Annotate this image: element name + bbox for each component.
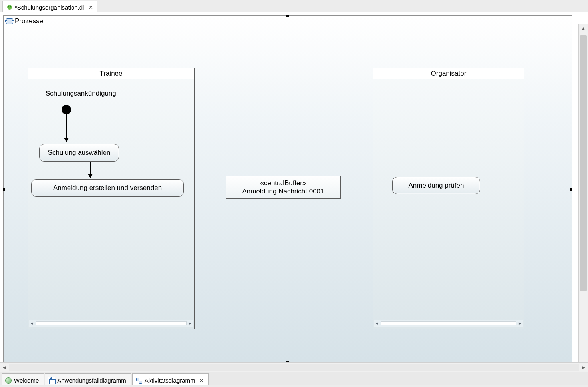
hscroll-track[interactable] <box>9 364 579 371</box>
selection-handle-top[interactable] <box>286 15 289 17</box>
diagram-tab-bar: Welcome Anwendungsfalldiagramm Aktivität… <box>0 372 588 385</box>
action-create-send-registration[interactable]: Anmeldung erstellen und versenden <box>31 179 184 197</box>
action-check-registration-label: Anmeldung prüfen <box>409 182 464 190</box>
activity-icon <box>6 18 13 24</box>
editor-vertical-scrollbar[interactable]: ▲ ▼ <box>578 24 588 374</box>
scroll-left-icon[interactable]: ◄ <box>29 321 35 326</box>
close-tab-icon[interactable]: ✕ <box>198 378 203 383</box>
diagram-canvas[interactable]: Prozesse Trainee Schulungsankündigung Sc… <box>3 15 572 363</box>
initial-node[interactable] <box>62 105 71 114</box>
tab-usecase-diagram[interactable]: Anwendungsfalldiagramm <box>45 373 131 385</box>
action-select-training-label: Schulung auswählen <box>48 149 111 157</box>
selection-handle-left[interactable] <box>3 188 5 191</box>
editor-tab-label: *Schulungsorganisation.di <box>15 4 84 11</box>
scroll-up-icon[interactable]: ▲ <box>579 24 588 33</box>
action-select-training[interactable]: Schulung auswählen <box>39 144 119 162</box>
activity-title[interactable]: Prozesse <box>6 17 43 25</box>
welcome-icon <box>5 377 12 384</box>
svg-point-0 <box>7 5 12 10</box>
tab-activity-diagram[interactable]: Aktivitätsdiagramm ✕ <box>132 373 209 385</box>
tab-welcome[interactable]: Welcome <box>2 373 44 385</box>
central-buffer-node[interactable]: «centralBuffer» Anmeldung Nachricht 0001 <box>226 176 341 199</box>
action-create-send-label: Anmeldung erstellen und versenden <box>53 184 162 192</box>
editor-horizontal-scrollbar[interactable]: ◄ ► <box>0 362 588 372</box>
vscroll-thumb[interactable] <box>580 35 587 291</box>
partition-trainee[interactable]: Trainee Schulungsankündigung Schulung au… <box>28 68 195 329</box>
initial-node-label[interactable]: Schulungsankündigung <box>46 90 116 98</box>
editor-tab-bar: *Schulungsorganisation.di ✕ <box>0 0 588 12</box>
scroll-right-icon[interactable]: ► <box>187 321 193 326</box>
central-buffer-stereotype: «centralBuffer» <box>260 179 306 187</box>
usecase-diagram-icon <box>48 377 55 384</box>
control-flow-1[interactable] <box>66 114 67 142</box>
scroll-thumb[interactable] <box>381 321 516 325</box>
partition-trainee-header[interactable]: Trainee <box>28 68 194 79</box>
editor-viewport: Prozesse Trainee Schulungsankündigung Sc… <box>0 12 588 371</box>
partition-trainee-hscroll[interactable]: ◄ ► <box>29 320 193 327</box>
canvas-wrapper: Prozesse Trainee Schulungsankündigung Sc… <box>3 15 572 363</box>
scroll-left-icon[interactable]: ◄ <box>0 363 9 372</box>
partition-organisator[interactable]: Organisator Anmeldung prüfen ◄ ► <box>373 68 524 329</box>
close-tab-icon[interactable]: ✕ <box>86 4 93 10</box>
central-buffer-label: Anmeldung Nachricht 0001 <box>242 187 324 195</box>
editor-tab-active[interactable]: *Schulungsorganisation.di ✕ <box>2 1 97 12</box>
scroll-right-icon[interactable]: ► <box>579 363 588 372</box>
scroll-thumb[interactable] <box>36 321 187 325</box>
action-check-registration[interactable]: Anmeldung prüfen <box>392 177 480 194</box>
scroll-left-icon[interactable]: ◄ <box>374 321 380 326</box>
scroll-right-icon[interactable]: ► <box>517 321 523 326</box>
tab-usecase-label: Anwendungsfalldiagramm <box>57 377 126 384</box>
tab-activity-label: Aktivitätsdiagramm <box>145 377 195 384</box>
tab-welcome-label: Welcome <box>14 377 39 384</box>
hscroll-thumb[interactable] <box>9 364 579 371</box>
selection-handle-right[interactable] <box>570 188 572 191</box>
activity-title-label: Prozesse <box>15 17 43 25</box>
activity-diagram-icon <box>136 377 142 384</box>
papyrus-file-icon <box>7 4 12 10</box>
app-root: *Schulungsorganisation.di ✕ Prozesse Tra… <box>0 0 588 387</box>
partition-organisator-header[interactable]: Organisator <box>373 68 524 79</box>
control-flow-2[interactable] <box>90 162 91 178</box>
partition-organisator-hscroll[interactable]: ◄ ► <box>374 320 523 327</box>
